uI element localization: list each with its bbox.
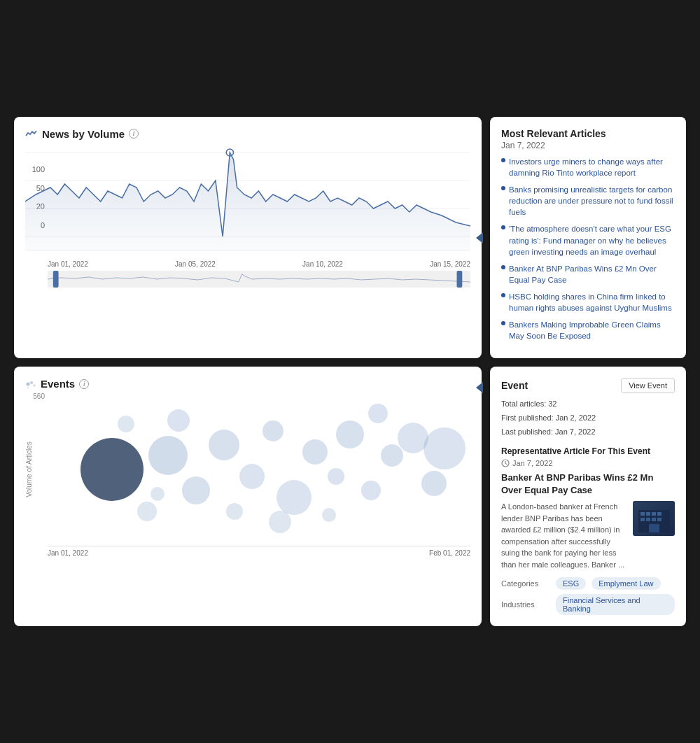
category-tag-employment[interactable]: Emplyment Law [592, 577, 660, 590]
clock-icon [501, 459, 510, 467]
svg-point-23 [381, 444, 403, 467]
bullet-icon [501, 225, 505, 229]
events-panel: Events i 560 Volume of Articles [14, 367, 482, 626]
news-volume-info[interactable]: i [129, 129, 139, 139]
events-icon [25, 378, 36, 390]
bullet-icon [501, 265, 505, 269]
svg-point-18 [276, 480, 312, 515]
event-article-title[interactable]: Banker At BNP Paribas Wins £2 Mn Over Eq… [501, 472, 675, 497]
svg-rect-42 [657, 512, 662, 516]
bullet-icon [501, 186, 505, 190]
chart-line-icon [25, 129, 38, 139]
svg-rect-43 [640, 518, 645, 521]
svg-point-9 [30, 381, 33, 384]
svg-point-20 [328, 468, 344, 485]
category-tag-esg[interactable]: ESG [556, 577, 586, 590]
representative-article-title: Representative Article For This Event [501, 446, 675, 456]
bullet-icon [501, 321, 505, 325]
svg-rect-44 [646, 518, 650, 521]
svg-line-37 [505, 463, 507, 464]
svg-point-27 [137, 502, 157, 521]
events-title: Events [41, 378, 75, 390]
y-axis-label: Volume of Articles [25, 442, 33, 497]
svg-point-25 [421, 471, 447, 496]
svg-rect-45 [652, 518, 656, 521]
svg-point-30 [269, 511, 291, 533]
event-article-body: A London-based banker at French lender B… [501, 501, 675, 570]
most-relevant-panel: Most Relevant Articles Jan 7, 2022 Inves… [490, 117, 686, 358]
articles-list: Investors urge miners to change ways aft… [501, 156, 675, 341]
industry-tag-financial[interactable]: Financial Services and Banking [556, 594, 675, 615]
most-relevant-title: Most Relevant Articles [501, 128, 606, 139]
bullet-icon [501, 158, 505, 162]
svg-point-26 [424, 427, 465, 469]
view-event-button[interactable]: View Event [621, 378, 675, 393]
svg-point-28 [167, 409, 190, 432]
svg-point-14 [182, 476, 210, 504]
svg-rect-47 [649, 524, 659, 532]
svg-point-34 [150, 487, 164, 501]
svg-rect-41 [652, 512, 656, 516]
industries-row: Industries Financial Services and Bankin… [501, 594, 675, 615]
categories-row: Categories ESG Emplyment Law [501, 577, 675, 590]
event-detail-panel: Event View Event Total articles: 32 Firs… [490, 367, 686, 626]
events-info[interactable]: i [79, 379, 89, 389]
svg-rect-7 [457, 271, 463, 288]
event-meta: Total articles: 32 First published: Jan … [501, 397, 675, 439]
list-item[interactable]: Bankers Making Improbable Green Claims M… [501, 319, 675, 341]
svg-point-17 [262, 420, 284, 441]
bullet-icon [501, 293, 505, 297]
events-x-labels: Jan 01, 2022 Feb 01, 2022 [48, 549, 470, 557]
industries-label: Industries [501, 600, 550, 609]
svg-rect-46 [657, 518, 662, 521]
list-item[interactable]: Banks promising unrealistic targets for … [501, 184, 675, 218]
news-volume-title: News by Volume [42, 128, 125, 140]
svg-point-10 [34, 384, 36, 386]
svg-point-29 [226, 503, 243, 520]
news-chart-svg [25, 146, 470, 257]
mini-navigator[interactable] [48, 271, 470, 288]
event-article-date: Jan 7, 2022 [501, 459, 675, 467]
bubble-chart [48, 392, 470, 546]
event-detail-title: Event [501, 380, 528, 391]
event-article-image [633, 501, 675, 536]
svg-point-32 [368, 404, 388, 423]
svg-point-13 [148, 436, 188, 475]
event-article-excerpt: A London-based banker at French lender B… [501, 501, 627, 570]
categories-label: Categories [501, 579, 550, 588]
svg-point-8 [27, 382, 30, 385]
news-by-volume-panel: News by Volume i 100 50 20 0 [14, 117, 482, 358]
svg-point-12 [80, 438, 144, 501]
svg-point-19 [302, 439, 328, 465]
list-item[interactable]: HSBC holding shares in China firm linked… [501, 291, 675, 313]
x-axis-labels: Jan 01, 2022 Jan 05, 2022 Jan 10, 2022 J… [48, 260, 470, 268]
svg-point-33 [118, 416, 134, 432]
svg-point-15 [209, 430, 239, 460]
svg-point-16 [239, 464, 265, 489]
svg-point-31 [322, 508, 336, 522]
svg-rect-6 [53, 271, 59, 288]
svg-rect-40 [646, 512, 650, 516]
svg-point-22 [361, 481, 381, 500]
svg-point-21 [336, 420, 364, 448]
y-top-label: 560 [33, 392, 45, 400]
list-item[interactable]: Banker At BNP Paribas Wins £2 Mn Over Eq… [501, 263, 675, 285]
list-item[interactable]: 'The atmosphere doesn't care what your E… [501, 223, 675, 257]
svg-point-11 [27, 387, 29, 388]
svg-rect-39 [640, 512, 645, 516]
list-item[interactable]: Investors urge miners to change ways aft… [501, 156, 675, 178]
most-relevant-date: Jan 7, 2022 [501, 141, 545, 150]
